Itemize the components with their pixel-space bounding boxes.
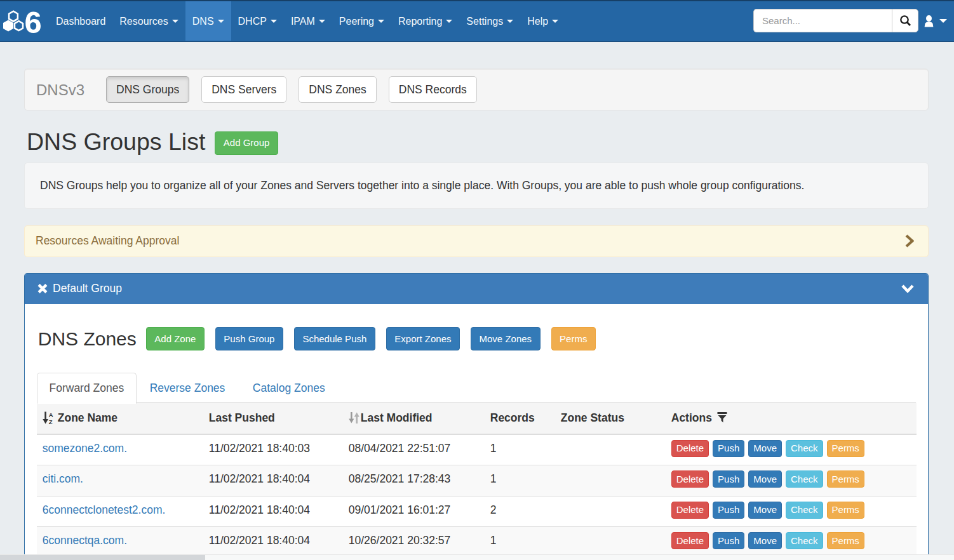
svg-text:6: 6 — [25, 10, 42, 35]
svg-text:A: A — [49, 411, 53, 418]
svg-text:Z: Z — [49, 418, 53, 424]
